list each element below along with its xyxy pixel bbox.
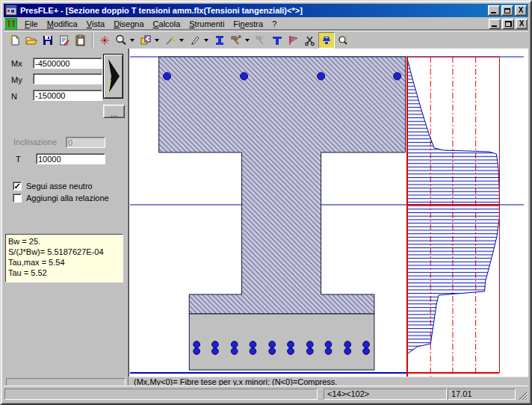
zoom-dropdown-arrow[interactable] <box>130 39 134 42</box>
minimize-icon <box>491 12 496 13</box>
t-label: T <box>16 155 21 164</box>
mx-label: Mx <box>11 59 22 68</box>
tools-dropdown-arrow[interactable] <box>245 39 250 42</box>
maximize-icon <box>504 8 510 13</box>
zoom-button[interactable] <box>113 32 129 49</box>
segui-asse-neutro-label: Segui asse neutro <box>26 182 93 191</box>
menu-strumenti[interactable]: Strumenti <box>185 18 229 30</box>
application-window: PresFLE+ - [Sezione doppio T tensioni am… <box>0 0 532 405</box>
rebar-dot <box>241 72 248 80</box>
child-close-button[interactable]: X <box>516 19 528 29</box>
hammer-disabled-icon <box>255 34 267 46</box>
toolbar-separator <box>92 33 93 48</box>
magic-wand-button[interactable] <box>162 32 179 49</box>
minimize-button[interactable] <box>488 5 500 16</box>
n-input[interactable] <box>33 90 102 101</box>
lamp-icon <box>321 34 332 46</box>
title-bar: PresFLE+ - [Sezione doppio T tensioni am… <box>4 4 528 17</box>
more-options-button[interactable]: ... <box>103 105 125 118</box>
drawing-area[interactable] <box>129 49 528 380</box>
find-button[interactable] <box>335 32 351 49</box>
close-button[interactable]: X <box>515 5 527 16</box>
tools-button[interactable] <box>228 32 244 49</box>
check-icon: ✓ <box>13 182 20 191</box>
status-panel-main <box>4 389 318 400</box>
my-label: My <box>11 75 22 84</box>
close-icon: X <box>519 20 525 28</box>
control-panel: Mx My N ... Inclinazione T ✓ Segui asse … <box>4 49 129 386</box>
aggiungi-relazione-checkbox[interactable] <box>13 194 22 202</box>
result-sjbw: S/(J*Bw)= 5.5187627E-04 <box>8 247 120 257</box>
pen-dropdown-arrow[interactable] <box>204 39 208 42</box>
result-bw: Bw = 25. <box>8 236 120 247</box>
origin-axes-button[interactable] <box>96 32 113 49</box>
maximize-button[interactable] <box>501 5 513 16</box>
open-folder-icon <box>25 34 37 46</box>
zoom-icon <box>115 34 127 46</box>
magic-wand-icon <box>164 34 176 46</box>
result-tau: Tau = 5.52 <box>8 268 120 278</box>
cut-icon <box>304 34 316 46</box>
pen-icon <box>189 34 201 46</box>
pen-button[interactable] <box>187 32 203 49</box>
save-button[interactable] <box>40 32 56 49</box>
document-icon <box>5 18 17 30</box>
hammer-disabled-button <box>253 32 269 49</box>
rebar-dot <box>164 72 171 80</box>
new-document-button[interactable] <box>7 32 23 49</box>
section-palette-button[interactable] <box>137 32 154 49</box>
t-section-icon <box>271 34 283 46</box>
report-button[interactable] <box>56 32 72 49</box>
paste-icon <box>75 34 87 46</box>
cut-button[interactable] <box>302 32 318 49</box>
apply-arrow-icon <box>105 56 122 96</box>
t-section-button[interactable] <box>269 32 285 49</box>
menu-file[interactable]: File <box>20 18 43 30</box>
results-box: Bw = 25. S/(J*Bw)= 5.5187627E-04 Tau,max… <box>5 234 123 282</box>
app-icon <box>5 4 17 16</box>
section-palette-dropdown-arrow[interactable] <box>155 39 159 42</box>
inclinazione-label: Inclinazione <box>13 137 57 146</box>
lamp-toggle-button[interactable] <box>318 32 335 49</box>
close-icon: X <box>519 7 524 14</box>
section-drawing <box>129 49 528 380</box>
child-restore-button[interactable] <box>502 19 514 29</box>
tools-icon <box>230 34 242 46</box>
report-icon <box>58 34 70 46</box>
t-input[interactable] <box>36 153 105 164</box>
window-title: PresFLE+ - [Sezione doppio T tensioni am… <box>20 6 485 15</box>
find-icon <box>337 34 349 46</box>
i-section-icon <box>214 34 226 46</box>
toolbar <box>4 31 528 49</box>
apply-arrow-button[interactable] <box>103 54 123 99</box>
origin-axes-icon <box>99 34 111 46</box>
resize-grip[interactable] <box>518 391 528 401</box>
aggiungi-relazione-label: Aggiungi alla relazione <box>26 194 109 202</box>
save-icon <box>42 34 54 46</box>
menu-vista[interactable]: Vista <box>82 18 109 30</box>
result-tau-max: Tau,max = 5.54 <box>8 257 120 268</box>
segui-asse-neutro-checkbox[interactable]: ✓ <box>13 182 22 191</box>
menu-bar: File Modifica Vista Disegna Calcola Stru… <box>4 17 528 31</box>
minimize-icon <box>492 25 497 27</box>
inclinazione-input <box>66 137 105 148</box>
paste-button[interactable] <box>72 32 89 49</box>
new-document-icon <box>9 34 21 46</box>
mx-input[interactable] <box>33 58 102 69</box>
i-section-button[interactable] <box>211 32 228 49</box>
status-panel-time: 17.01 <box>448 389 516 400</box>
status-panel-coordinates: <14><102> <box>324 389 447 400</box>
child-minimize-button[interactable] <box>489 19 501 29</box>
section-palette-icon <box>140 34 152 46</box>
menu-disegna[interactable]: Disegna <box>109 18 148 30</box>
open-button[interactable] <box>23 32 40 49</box>
menu-modifica[interactable]: Modifica <box>43 18 82 30</box>
moment-diagram-icon <box>288 34 300 46</box>
menu-finestra[interactable]: Finestra <box>229 18 267 30</box>
menu-help[interactable]: ? <box>267 18 281 30</box>
menu-calcola[interactable]: Calcola <box>149 18 185 30</box>
client-area: Mx My N ... Inclinazione T ✓ Segui asse … <box>4 49 528 386</box>
moment-diagram-button[interactable] <box>285 32 302 49</box>
magic-wand-dropdown-arrow[interactable] <box>179 39 184 42</box>
my-input[interactable] <box>33 73 102 84</box>
